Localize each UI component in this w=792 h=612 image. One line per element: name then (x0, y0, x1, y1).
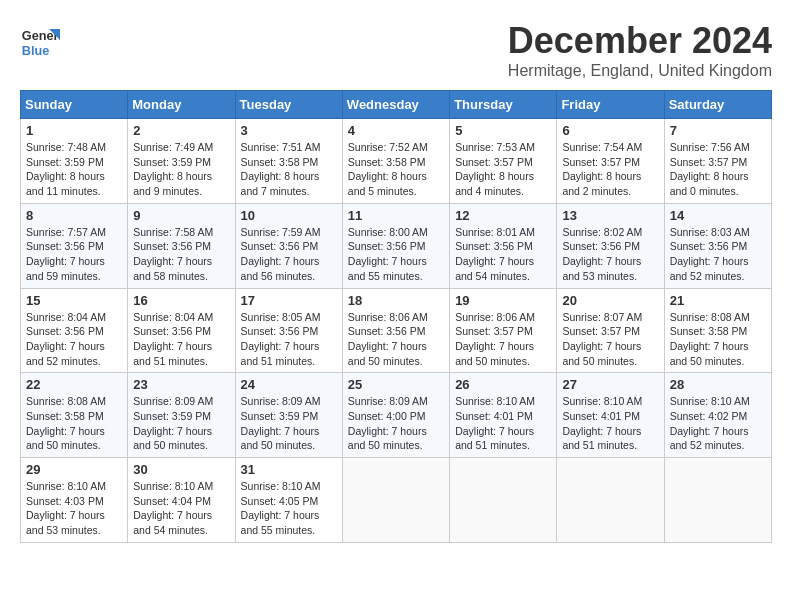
day-number: 29 (26, 462, 122, 477)
day-info: Sunrise: 8:09 AM Sunset: 4:00 PM Dayligh… (348, 394, 444, 453)
day-number: 7 (670, 123, 766, 138)
day-info: Sunrise: 7:59 AM Sunset: 3:56 PM Dayligh… (241, 225, 337, 284)
calendar-cell (342, 458, 449, 543)
calendar-cell: 21Sunrise: 8:08 AM Sunset: 3:58 PM Dayli… (664, 288, 771, 373)
svg-text:Blue: Blue (22, 43, 50, 58)
calendar-cell: 6Sunrise: 7:54 AM Sunset: 3:57 PM Daylig… (557, 119, 664, 204)
day-info: Sunrise: 8:04 AM Sunset: 3:56 PM Dayligh… (133, 310, 229, 369)
day-number: 26 (455, 377, 551, 392)
day-info: Sunrise: 7:54 AM Sunset: 3:57 PM Dayligh… (562, 140, 658, 199)
day-info: Sunrise: 8:05 AM Sunset: 3:56 PM Dayligh… (241, 310, 337, 369)
day-info: Sunrise: 8:10 AM Sunset: 4:04 PM Dayligh… (133, 479, 229, 538)
day-info: Sunrise: 8:09 AM Sunset: 3:59 PM Dayligh… (241, 394, 337, 453)
calendar-cell (557, 458, 664, 543)
calendar-cell: 4Sunrise: 7:52 AM Sunset: 3:58 PM Daylig… (342, 119, 449, 204)
calendar-cell: 8Sunrise: 7:57 AM Sunset: 3:56 PM Daylig… (21, 203, 128, 288)
month-title: December 2024 (508, 20, 772, 62)
day-info: Sunrise: 7:52 AM Sunset: 3:58 PM Dayligh… (348, 140, 444, 199)
day-number: 13 (562, 208, 658, 223)
calendar-cell: 16Sunrise: 8:04 AM Sunset: 3:56 PM Dayli… (128, 288, 235, 373)
calendar-cell: 2Sunrise: 7:49 AM Sunset: 3:59 PM Daylig… (128, 119, 235, 204)
day-number: 19 (455, 293, 551, 308)
calendar-week-row: 1Sunrise: 7:48 AM Sunset: 3:59 PM Daylig… (21, 119, 772, 204)
col-header-thursday: Thursday (450, 91, 557, 119)
calendar-cell: 24Sunrise: 8:09 AM Sunset: 3:59 PM Dayli… (235, 373, 342, 458)
calendar-cell: 14Sunrise: 8:03 AM Sunset: 3:56 PM Dayli… (664, 203, 771, 288)
day-number: 23 (133, 377, 229, 392)
day-number: 24 (241, 377, 337, 392)
day-info: Sunrise: 8:10 AM Sunset: 4:02 PM Dayligh… (670, 394, 766, 453)
day-number: 8 (26, 208, 122, 223)
calendar-cell: 29Sunrise: 8:10 AM Sunset: 4:03 PM Dayli… (21, 458, 128, 543)
page-header: General Blue December 2024 Hermitage, En… (20, 20, 772, 80)
calendar-cell: 12Sunrise: 8:01 AM Sunset: 3:56 PM Dayli… (450, 203, 557, 288)
calendar-cell: 26Sunrise: 8:10 AM Sunset: 4:01 PM Dayli… (450, 373, 557, 458)
day-number: 30 (133, 462, 229, 477)
calendar-table: SundayMondayTuesdayWednesdayThursdayFrid… (20, 90, 772, 543)
day-info: Sunrise: 7:57 AM Sunset: 3:56 PM Dayligh… (26, 225, 122, 284)
calendar-cell: 30Sunrise: 8:10 AM Sunset: 4:04 PM Dayli… (128, 458, 235, 543)
title-area: December 2024 Hermitage, England, United… (508, 20, 772, 80)
day-info: Sunrise: 8:10 AM Sunset: 4:05 PM Dayligh… (241, 479, 337, 538)
day-info: Sunrise: 7:51 AM Sunset: 3:58 PM Dayligh… (241, 140, 337, 199)
day-number: 16 (133, 293, 229, 308)
day-info: Sunrise: 8:07 AM Sunset: 3:57 PM Dayligh… (562, 310, 658, 369)
calendar-cell: 7Sunrise: 7:56 AM Sunset: 3:57 PM Daylig… (664, 119, 771, 204)
calendar-week-row: 29Sunrise: 8:10 AM Sunset: 4:03 PM Dayli… (21, 458, 772, 543)
day-number: 10 (241, 208, 337, 223)
day-number: 17 (241, 293, 337, 308)
calendar-cell: 20Sunrise: 8:07 AM Sunset: 3:57 PM Dayli… (557, 288, 664, 373)
col-header-friday: Friday (557, 91, 664, 119)
calendar-cell: 19Sunrise: 8:06 AM Sunset: 3:57 PM Dayli… (450, 288, 557, 373)
day-number: 4 (348, 123, 444, 138)
col-header-tuesday: Tuesday (235, 91, 342, 119)
day-info: Sunrise: 7:49 AM Sunset: 3:59 PM Dayligh… (133, 140, 229, 199)
calendar-cell: 11Sunrise: 8:00 AM Sunset: 3:56 PM Dayli… (342, 203, 449, 288)
calendar-cell: 23Sunrise: 8:09 AM Sunset: 3:59 PM Dayli… (128, 373, 235, 458)
day-info: Sunrise: 8:06 AM Sunset: 3:57 PM Dayligh… (455, 310, 551, 369)
calendar-cell: 1Sunrise: 7:48 AM Sunset: 3:59 PM Daylig… (21, 119, 128, 204)
day-number: 1 (26, 123, 122, 138)
col-header-sunday: Sunday (21, 91, 128, 119)
day-info: Sunrise: 8:04 AM Sunset: 3:56 PM Dayligh… (26, 310, 122, 369)
day-info: Sunrise: 8:10 AM Sunset: 4:03 PM Dayligh… (26, 479, 122, 538)
day-info: Sunrise: 8:03 AM Sunset: 3:56 PM Dayligh… (670, 225, 766, 284)
subtitle: Hermitage, England, United Kingdom (508, 62, 772, 80)
calendar-header-row: SundayMondayTuesdayWednesdayThursdayFrid… (21, 91, 772, 119)
day-info: Sunrise: 8:01 AM Sunset: 3:56 PM Dayligh… (455, 225, 551, 284)
calendar-week-row: 15Sunrise: 8:04 AM Sunset: 3:56 PM Dayli… (21, 288, 772, 373)
calendar-cell: 9Sunrise: 7:58 AM Sunset: 3:56 PM Daylig… (128, 203, 235, 288)
col-header-wednesday: Wednesday (342, 91, 449, 119)
calendar-cell: 3Sunrise: 7:51 AM Sunset: 3:58 PM Daylig… (235, 119, 342, 204)
day-info: Sunrise: 8:08 AM Sunset: 3:58 PM Dayligh… (670, 310, 766, 369)
calendar-cell: 25Sunrise: 8:09 AM Sunset: 4:00 PM Dayli… (342, 373, 449, 458)
calendar-cell: 31Sunrise: 8:10 AM Sunset: 4:05 PM Dayli… (235, 458, 342, 543)
day-number: 18 (348, 293, 444, 308)
calendar-cell: 15Sunrise: 8:04 AM Sunset: 3:56 PM Dayli… (21, 288, 128, 373)
calendar-week-row: 8Sunrise: 7:57 AM Sunset: 3:56 PM Daylig… (21, 203, 772, 288)
day-number: 9 (133, 208, 229, 223)
calendar-cell: 18Sunrise: 8:06 AM Sunset: 3:56 PM Dayli… (342, 288, 449, 373)
day-number: 11 (348, 208, 444, 223)
calendar-cell: 27Sunrise: 8:10 AM Sunset: 4:01 PM Dayli… (557, 373, 664, 458)
day-number: 2 (133, 123, 229, 138)
day-number: 14 (670, 208, 766, 223)
day-info: Sunrise: 7:48 AM Sunset: 3:59 PM Dayligh… (26, 140, 122, 199)
day-info: Sunrise: 8:10 AM Sunset: 4:01 PM Dayligh… (455, 394, 551, 453)
calendar-cell: 17Sunrise: 8:05 AM Sunset: 3:56 PM Dayli… (235, 288, 342, 373)
day-number: 5 (455, 123, 551, 138)
calendar-week-row: 22Sunrise: 8:08 AM Sunset: 3:58 PM Dayli… (21, 373, 772, 458)
day-number: 28 (670, 377, 766, 392)
day-info: Sunrise: 8:08 AM Sunset: 3:58 PM Dayligh… (26, 394, 122, 453)
day-number: 21 (670, 293, 766, 308)
day-number: 20 (562, 293, 658, 308)
logo-icon: General Blue (20, 20, 60, 60)
day-number: 22 (26, 377, 122, 392)
day-info: Sunrise: 8:00 AM Sunset: 3:56 PM Dayligh… (348, 225, 444, 284)
day-info: Sunrise: 8:06 AM Sunset: 3:56 PM Dayligh… (348, 310, 444, 369)
day-number: 15 (26, 293, 122, 308)
calendar-cell: 5Sunrise: 7:53 AM Sunset: 3:57 PM Daylig… (450, 119, 557, 204)
calendar-cell: 28Sunrise: 8:10 AM Sunset: 4:02 PM Dayli… (664, 373, 771, 458)
calendar-cell: 10Sunrise: 7:59 AM Sunset: 3:56 PM Dayli… (235, 203, 342, 288)
day-info: Sunrise: 7:58 AM Sunset: 3:56 PM Dayligh… (133, 225, 229, 284)
